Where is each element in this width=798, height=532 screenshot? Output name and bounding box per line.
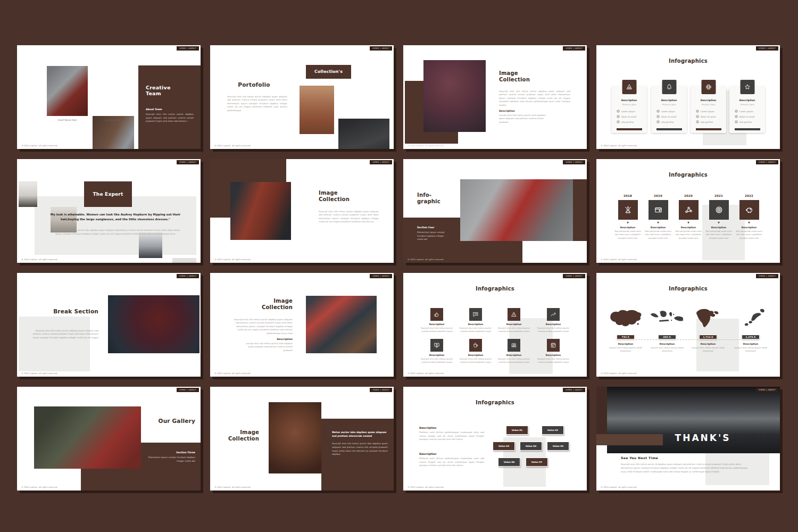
map-china (608, 307, 644, 329)
slide-title: Infographics (403, 400, 587, 406)
slide-footer: © 2024 Luphart. all rights reserved (601, 372, 636, 375)
nav-badge[interactable]: HOME | ABOUT (370, 388, 392, 392)
nav-badge[interactable]: HOME | ABOUT (756, 160, 778, 164)
section-heading: Section Three (139, 451, 195, 454)
body-text: Asuscipt eros iste metus auctor dapibus … (232, 318, 293, 335)
slide-thanks[interactable]: HOME | ABOUT THANK'S See You Next Time A… (596, 387, 780, 491)
item-heading: Description (734, 226, 764, 229)
item-text: Sed perspiciat unde omni iste natu error… (674, 230, 703, 240)
item-text: Asuscit eros metus auctor amet elmentum (651, 346, 684, 353)
item-heading: Description (643, 226, 673, 229)
slide-creative-team[interactable]: HOME | ABOUT Insert Name Here Insert Nam… (17, 45, 201, 149)
slide-title: Infographics (596, 172, 780, 178)
slide-image-collection-2[interactable]: HOME | ABOUT Image Collection Asuscipt e… (210, 159, 394, 263)
slide-infographics-cards[interactable]: HOME | ABOUT Infographics Description Pr… (596, 45, 780, 149)
slide-footer: © 2024 Luphart. all rights reserved (408, 144, 443, 147)
block-text: Eleifend nulla dictum pellentesque males… (419, 431, 484, 442)
year-label: 2020 (674, 194, 703, 197)
pyramid-chart-icon (622, 80, 636, 94)
check-item: Lorem ipsum (617, 110, 635, 113)
slide-footer: © 2024 Luphart. all rights reserved (21, 486, 57, 488)
hand-gesture-icon (430, 308, 443, 321)
slide-the-expert[interactable]: HOME | ABOUT The Expert My look is attai… (17, 159, 201, 263)
slide-infographics-values[interactable]: HOME | ABOUT Infographics Description El… (403, 387, 587, 491)
nav-badge[interactable]: HOME | ABOUT (563, 388, 585, 392)
value-badge: 753 K (617, 335, 635, 339)
year-label: 2019 (643, 194, 673, 197)
slide-our-gallery[interactable]: HOME | ABOUT Our Gallery Section Three E… (17, 387, 201, 491)
slide-infographic-section[interactable]: HOME | ABOUT Info-graphic Section Four E… (403, 159, 587, 263)
grid-item: Description Suscipit eros iste metus auc… (536, 308, 571, 333)
body-text: Asuscipt eros iste metus auctor dapibus … (499, 90, 570, 107)
slide-title: Image Collection (214, 429, 259, 442)
check-item: Lorem ipsum (696, 110, 714, 113)
check-item: Dolor sit amet (656, 115, 676, 118)
down-arrow-icon: ▼ (734, 221, 764, 224)
body-text: Asuscipt eros iste metus auctor dapibus … (29, 329, 98, 339)
slide-break-section[interactable]: HOME | ABOUT Break Section Asuscipt eros… (17, 273, 201, 377)
item-heading: Description (458, 323, 493, 326)
item-text: Suscipit eros iste metus auctor viverra … (458, 327, 493, 334)
nav-badge[interactable]: HOME | ABOUT (370, 274, 392, 278)
slide-infographics-timeline[interactable]: HOME | ABOUT Infographics 2018 ▼ Descrip… (596, 159, 780, 263)
slide-footer: © 2024 Luphart. all rights reserved (601, 486, 636, 488)
nav-badge[interactable]: HOME | ABOUT (177, 274, 199, 278)
nav-badge[interactable]: HOME | ABOUT (370, 46, 392, 51)
card-heading: Description (651, 99, 687, 102)
photo-woman-white-blouse (19, 181, 37, 207)
nav-badge[interactable]: HOME | ABOUT (370, 160, 392, 164)
description-text: suscipt eros iste metus auctor ante dapi… (499, 114, 548, 124)
nav-badge[interactable]: HOME | ABOUT (756, 46, 778, 51)
coffee-mug-icon (469, 339, 482, 352)
slide-image-collection-1[interactable]: HOME | ABOUT Image Collection Asuscipt e… (403, 45, 587, 149)
photo-blonde-red-building (230, 182, 291, 240)
check-item: Dolor sit amet (617, 115, 636, 118)
slide-title: Image Collection (319, 190, 361, 203)
card-bar (735, 128, 760, 131)
slide-image-collection-3[interactable]: HOME | ABOUT Image Collection Asuscipt e… (210, 273, 394, 377)
value-box: Value 03 (493, 442, 515, 451)
description-heading: Description (268, 338, 293, 340)
timeline-item: 2021 ▼ Description Sed perspiciat unde o… (704, 194, 734, 240)
nav-badge[interactable]: HOME | ABOUT (177, 160, 199, 164)
panel-heading: About Team (146, 108, 162, 111)
thanks-title: THANK'S (628, 433, 777, 443)
nav-badge[interactable]: HOME | ABOUT (563, 274, 585, 278)
slide-portfolio[interactable]: HOME | ABOUT Portofolio Asuscipt eros is… (210, 45, 394, 149)
slide-title: Creative Team (146, 85, 183, 96)
item-text: Sed perspiciat unde omni iste natu error… (613, 230, 643, 240)
card-subheading: Priority class (691, 103, 726, 106)
nav-badge[interactable]: HOME | ABOUT (756, 274, 778, 278)
monitor-user-icon (430, 339, 443, 352)
value-box: Value 05 (547, 442, 569, 451)
item-text: Suscipit eros iste metus auctor viverra … (536, 327, 571, 334)
body-text: Asuscipt eros iste metus auctor id dapib… (621, 462, 752, 474)
item-heading: Description (647, 343, 687, 345)
slide-title: Infographics (596, 58, 780, 64)
item-text: Sed perspiciat unde omni iste natu error… (734, 230, 764, 240)
value-box: Value 06 (498, 458, 520, 467)
slide-image-collection-4[interactable]: HOME | ABOUT Image Collection Metus auct… (210, 387, 394, 491)
slide-infographics-grid[interactable]: HOME | ABOUT Infographics Description Su… (403, 273, 587, 377)
nav-badge[interactable]: HOME | ABOUT (756, 388, 778, 392)
description-heading: Description (499, 110, 515, 112)
check-item: Lorem ipsum (656, 110, 675, 113)
nav-badge[interactable]: HOME | ABOUT (563, 160, 585, 164)
value-box: Value 07 (526, 458, 548, 467)
grid-item: Description Suscipit eros iste metus auc… (419, 339, 454, 364)
check-item: Iste portitor (735, 120, 752, 123)
slide-infographics-maps[interactable]: HOME | ABOUT Infographics 753 K Descript… (596, 273, 780, 377)
slide-footer: © 2024 Luphart. all rights reserved (408, 372, 443, 375)
item-heading: Description (458, 354, 493, 356)
nav-badge[interactable]: HOME | ABOUT (563, 46, 585, 51)
slide-footer: © 2024 Luphart. all rights reserved (214, 144, 250, 147)
photo-caption: Insert Name Here (47, 119, 88, 121)
piggy-bank-icon (739, 200, 759, 220)
map-japan (733, 307, 769, 329)
block-text: Eleifend nulla dictum pellentesque males… (419, 457, 484, 468)
nav-badge[interactable]: HOME | ABOUT (177, 388, 199, 392)
card-bar (696, 128, 721, 131)
nav-badge[interactable]: HOME | ABOUT (177, 46, 199, 51)
quote-text: My look is attainable. Women can look li… (41, 212, 190, 222)
grid-item: Description Suscipit eros iste metus auc… (536, 339, 571, 364)
